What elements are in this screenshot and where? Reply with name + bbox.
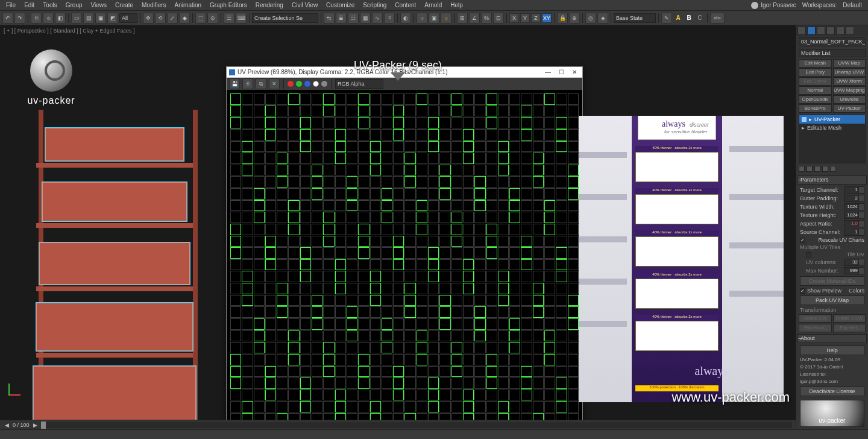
channel-a-icon[interactable] [313,81,319,87]
showprev-checkbox[interactable] [800,288,805,294]
select-icon[interactable]: ▭ [71,13,82,24]
letter-b[interactable]: B [684,13,694,23]
material-editor-icon[interactable]: ◐ [400,13,411,24]
bind-icon[interactable]: ◧ [55,13,66,24]
time-slider[interactable]: ◀ 0 / 100 ▶ [0,420,796,429]
stack-uvpacker[interactable]: ▸ UV-Packer [799,115,865,124]
letter-c[interactable]: C [695,13,705,23]
axis-z[interactable]: Z [531,13,541,23]
mod-edit-poly[interactable]: Edit Poly [799,68,832,77]
viewport-label[interactable]: [ + ] [ Perspective ] [ Standard ] [ Cla… [4,28,135,34]
uv-save-icon[interactable]: 💾 [229,78,240,89]
menu-animation[interactable]: Animation [171,1,205,10]
tab-create-icon[interactable] [797,27,806,35]
tileuv-checkbox[interactable] [806,252,811,257]
toggle-ribbon-icon[interactable]: ▦ [360,13,371,24]
menu-tools[interactable]: Tools [39,1,60,10]
mod-normal[interactable]: Normal [799,86,832,95]
selection-filter[interactable] [119,13,137,23]
menu-file[interactable]: File [2,1,19,10]
mod-unwrap-uvw[interactable]: Unwrap UVW [833,68,866,77]
curve-editor-icon[interactable]: ∿ [372,13,383,24]
user-chip[interactable]: Igor Posavec [751,2,796,9]
refcoord-icon[interactable]: ⬚ [195,13,206,24]
percent-snap-icon[interactable]: % [481,13,492,24]
channel-select[interactable] [335,79,383,89]
render-setup-icon[interactable]: ☼ [417,13,427,24]
mod-edit-spline[interactable]: Edit Spline [799,77,832,86]
menu-arnold[interactable]: Arnold [421,1,445,10]
menu-edit[interactable]: Edit [20,1,38,10]
menu-rendering[interactable]: Rendering [252,1,287,10]
close-button[interactable]: ✕ [569,69,580,75]
move-icon[interactable]: ✥ [143,13,154,24]
redo-icon[interactable]: ↷ [14,13,25,24]
stack-editable-mesh[interactable]: ▸ Editable Mesh [799,124,865,132]
modifier-stack[interactable]: ▸ UV-Packer ▸ Editable Mesh [799,115,866,163]
tab-modify-icon[interactable] [807,27,816,35]
render-production-icon[interactable]: ☼ [441,13,451,24]
target-channel-spin[interactable]: 1 [844,186,864,194]
rotate-cw-button[interactable]: Rotate CW [799,314,832,323]
rollup-about[interactable]: About [797,334,867,343]
mod-unwrella[interactable]: Unwrella [833,95,866,104]
menu-grapheditors[interactable]: Graph Editors [206,1,251,10]
time-track[interactable] [41,422,792,428]
placement-icon[interactable]: ◆ [179,13,190,24]
extra-1-icon[interactable]: ◎ [585,13,596,24]
remove-mod-icon[interactable] [822,166,828,172]
pack-uv-map-button[interactable]: Pack UV Map [800,295,864,305]
menu-create[interactable]: Create [112,1,137,10]
abc-icon[interactable]: abc [710,13,725,24]
tab-motion-icon[interactable] [826,27,835,35]
uv-clone-icon[interactable]: ⧉ [256,78,266,89]
show-end-icon[interactable] [807,166,813,172]
colors-button[interactable]: Colors [849,288,864,294]
center-icon[interactable]: ⊕ [569,13,580,24]
menu-civilview[interactable]: Civil View [288,1,321,10]
undo-icon[interactable]: ↶ [2,13,13,24]
menu-modifiers[interactable]: Modifiers [138,1,170,10]
deactivate-license-button[interactable]: Deactivate License [800,387,864,396]
channel-g-icon[interactable] [296,81,302,87]
mod-uvw-mapping-clear[interactable]: UVW Mapping Clear [833,86,866,95]
axis-x[interactable]: X [509,13,519,23]
flip-h-button[interactable]: Flip Horiz. [799,324,832,332]
pivot-icon[interactable]: ⊙ [207,13,218,24]
gutter-spin[interactable]: 2 [844,195,864,202]
menu-scripting[interactable]: Scripting [359,1,390,10]
select-region-icon[interactable]: ▣ [95,13,106,24]
keyboard-icon[interactable]: ⌨ [236,13,247,24]
object-name-field[interactable]: 03_Normal_SOFT_PACK_Tiny51_Tiny51 [799,37,866,46]
select-manip-icon[interactable]: ☰ [224,13,234,24]
rotate-icon[interactable]: ⟲ [155,13,166,24]
mod-edit-mesh[interactable]: Edit Mesh [799,59,832,68]
minimize-button[interactable]: — [542,69,553,75]
angle-snap-icon[interactable]: ∠ [469,13,480,24]
uv-delete-icon[interactable]: ✕ [269,78,280,89]
scale-icon[interactable]: ⤢ [167,13,178,24]
select-name-icon[interactable]: ▤ [83,13,94,24]
help-button[interactable]: Help [800,346,864,355]
layers-icon[interactable]: ☷ [348,13,359,24]
uvcols-spin[interactable]: 32 [844,259,864,266]
create-material-ids-button[interactable]: Create Material IDs [800,276,864,286]
rotate-ccw-button[interactable]: Rotate CCW [833,314,866,323]
brush-icon[interactable]: ✎ [661,13,672,24]
viewport[interactable]: [ + ] [ Perspective ] [ Standard ] [ Cla… [0,25,796,420]
tab-display-icon[interactable] [836,27,844,35]
tab-hierarchy-icon[interactable] [817,27,825,35]
src-channel-spin[interactable]: 1 [844,229,864,236]
unlink-icon[interactable]: ⎋ [43,13,54,24]
base-state[interactable] [614,13,656,23]
rollup-parameters[interactable]: Parameters [797,175,867,185]
mod-uvw-xform[interactable]: UVW Xform [833,77,866,86]
rescale-checkbox[interactable] [800,238,805,243]
menu-customize[interactable]: Customize [322,1,358,10]
mod-opensubdiv[interactable]: OpenSubdiv [799,95,832,104]
mod-bonespro[interactable]: BonesPro [799,104,832,113]
letter-a[interactable]: A [673,13,683,23]
menu-help[interactable]: Help [447,1,467,10]
mod-uvw-map[interactable]: UVW Map [833,59,866,68]
workspaces-value[interactable]: Default [843,2,862,8]
